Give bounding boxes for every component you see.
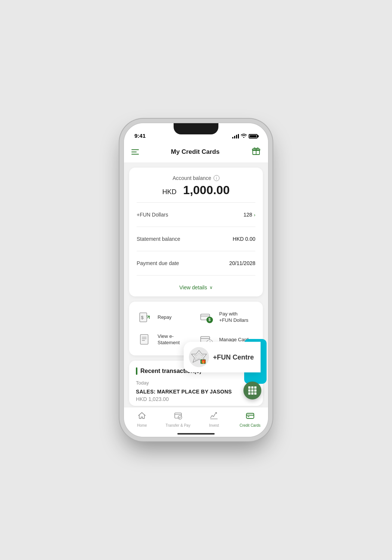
divider-3 [137, 251, 255, 251]
chevron-down-icon: ∨ [209, 285, 213, 290]
txn-amount: HKD 1,023.00 [136, 396, 256, 402]
pay-fun-icon: $ [199, 310, 214, 324]
status-time: 9:41 [134, 133, 146, 139]
statement-balance-row: Statement balance HKD 0.00 [137, 232, 255, 246]
balance-label-row: Account balance i [137, 175, 255, 181]
repay-icon-wrap: $ [137, 309, 153, 326]
balance-card: Account balance i HKD 1,000.00 +FUN Doll… [129, 168, 263, 296]
phone-frame: 9:41 [123, 122, 269, 438]
page-title: My Credit Cards [171, 148, 220, 156]
svg-text:$: $ [208, 318, 211, 322]
pay-fun-action[interactable]: $ Pay with+FUN Dollars [198, 309, 255, 326]
fun-centre-popup[interactable]: ⭐ 🎁 +FUN Centre [184, 342, 261, 373]
fun-dollars-row[interactable]: +FUN Dollars 128 › [137, 208, 255, 221]
balance-amount: HKD 1,000.00 [137, 183, 255, 197]
fab-grid-icon [248, 386, 256, 395]
signal-icon [232, 134, 239, 139]
divider-4 [137, 275, 255, 276]
bottom-nav: Home Transfer & Pay [124, 407, 268, 437]
fun-centre-icon: ⭐ 🎁 [189, 347, 209, 367]
nav-credit-cards[interactable]: Credit Cards [232, 410, 268, 427]
invest-icon [209, 411, 218, 422]
statement-icon-wrap [137, 332, 153, 348]
repay-action[interactable]: $ Repay [137, 309, 194, 326]
nav-invest[interactable]: Invest [196, 410, 232, 427]
fun-centre-label: +FUN Centre [213, 353, 254, 361]
phone-screen: 9:41 [124, 123, 268, 437]
svg-rect-27 [248, 416, 249, 417]
pay-fun-label: Pay with+FUN Dollars [219, 311, 248, 324]
fun-dollars-value: 128 › [243, 212, 255, 218]
svg-rect-25 [246, 413, 254, 419]
battery-icon [249, 134, 258, 139]
nav-invest-label: Invest [209, 423, 219, 427]
wifi-icon [241, 133, 247, 139]
svg-rect-8 [140, 335, 148, 344]
status-bar: 9:41 [124, 123, 268, 142]
home-indicator [177, 433, 215, 435]
payment-due-label: Payment due date [137, 260, 179, 266]
txn-date: Today [136, 380, 256, 386]
statement-label: View e-Statement [158, 333, 180, 346]
repay-label: Repay [158, 314, 172, 321]
section-bar [136, 367, 137, 375]
credit-cards-icon [246, 411, 255, 422]
notch [174, 123, 218, 134]
balance-number: 1,000.00 [183, 183, 230, 197]
quick-actions-card: $ Repay [129, 302, 263, 355]
main-content: Account balance i HKD 1,000.00 +FUN Doll… [124, 162, 268, 416]
view-details-label: View details [179, 284, 207, 290]
txn-name: SALES: MARKET PLACE BY JASONS [136, 389, 256, 395]
gift-icon[interactable] [252, 146, 261, 157]
statement-icon [138, 333, 152, 347]
info-icon[interactable]: i [214, 175, 220, 181]
payment-due-row: Payment due date 20/11/2028 [137, 256, 255, 270]
balance-currency: HKD [162, 188, 177, 196]
view-details-button[interactable]: View details ∨ [137, 281, 255, 290]
divider-2 [137, 227, 255, 227]
fab-button[interactable] [243, 382, 261, 399]
svg-text:$: $ [141, 315, 144, 320]
app-header: My Credit Cards [124, 142, 268, 162]
transfer-icon [174, 411, 183, 422]
statement-balance-value: HKD 0.00 [233, 236, 255, 242]
balance-label: Account balance [172, 175, 211, 181]
menu-icon[interactable] [131, 149, 139, 155]
nav-transfer[interactable]: Transfer & Pay [160, 410, 196, 427]
home-icon [137, 411, 146, 422]
chevron-right-icon: › [254, 212, 255, 218]
pay-fun-icon-wrap: $ [198, 309, 215, 326]
nav-home[interactable]: Home [124, 410, 160, 427]
fun-dollars-label: +FUN Dollars [137, 212, 168, 218]
repay-icon: $ [138, 310, 152, 324]
status-icons [232, 133, 258, 139]
divider-1 [137, 202, 255, 203]
nav-credit-cards-label: Credit Cards [240, 423, 261, 427]
payment-due-value: 20/11/2028 [229, 260, 255, 266]
statement-balance-label: Statement balance [137, 236, 180, 242]
nav-transfer-label: Transfer & Pay [166, 423, 190, 427]
nav-home-label: Home [137, 423, 147, 427]
svg-text:🎁: 🎁 [201, 359, 206, 364]
